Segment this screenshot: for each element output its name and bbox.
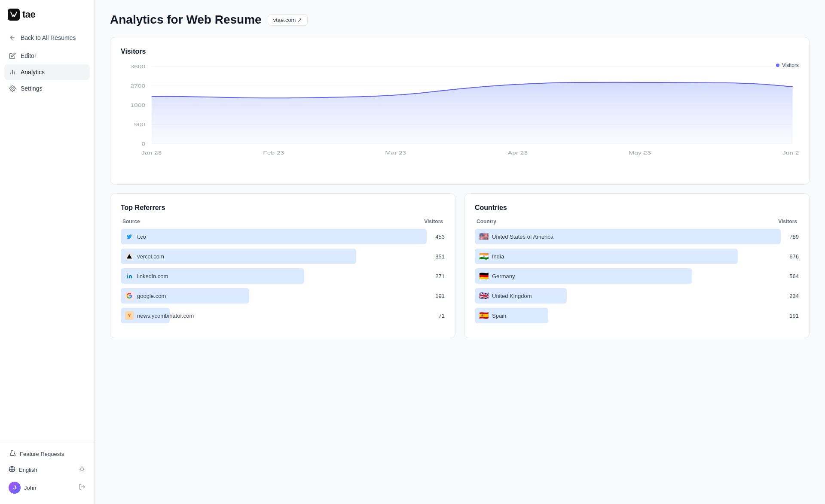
referrers-table-header: Source Visitors	[121, 219, 445, 225]
list-item: 🇪🇸 Spain 191	[475, 308, 799, 323]
referrer-bar-container: Y news.ycombinator.com	[121, 308, 427, 323]
svg-text:1800: 1800	[130, 103, 146, 108]
list-item: vercel.com 351	[121, 249, 445, 264]
country-count: 676	[786, 253, 799, 260]
referrer-source: vercel.com	[137, 253, 164, 260]
svg-line-10	[84, 471, 84, 471]
language-label: English	[19, 467, 37, 473]
legend-label: Visitors	[782, 62, 799, 68]
svg-text:Jan 23: Jan 23	[141, 150, 162, 155]
chart-area-fill	[152, 82, 793, 144]
svg-text:Mar 23: Mar 23	[385, 150, 406, 155]
country-visitors-col-header: Visitors	[778, 219, 797, 225]
countries-table-header: Country Visitors	[475, 219, 799, 225]
top-referrers-card: Top Referrers Source Visitors t.co 453	[110, 193, 455, 338]
sidebar-item-editor[interactable]: Editor	[4, 48, 90, 64]
referrer-source: t.co	[137, 234, 146, 240]
sidebar-item-settings[interactable]: Settings	[4, 81, 90, 96]
referrer-source: google.com	[137, 293, 166, 299]
main-content: Analytics for Web Resume vtae.com ↗ Visi…	[95, 0, 825, 504]
feature-requests-item[interactable]: Feature Requests	[4, 446, 90, 461]
list-item: google.com 191	[121, 288, 445, 304]
list-item: t.co 453	[121, 229, 445, 244]
referrer-source: news.ycombinator.com	[137, 313, 194, 319]
legend-dot	[776, 64, 779, 67]
us-flag: 🇺🇸	[479, 233, 489, 240]
logo-text: tae	[22, 9, 35, 20]
settings-sun-icon[interactable]	[79, 466, 86, 474]
feature-requests-label: Feature Requests	[20, 451, 64, 457]
country-count: 191	[786, 313, 799, 319]
source-col-header: Source	[122, 219, 140, 225]
referrer-bar: google.com	[121, 288, 249, 304]
country-name: India	[492, 253, 504, 260]
sidebar-item-analytics[interactable]: Analytics	[4, 64, 90, 80]
country-bar: 🇮🇳 India	[475, 249, 738, 264]
referrer-bar-container: google.com	[121, 288, 427, 304]
country-name: United States of America	[492, 234, 553, 240]
svg-text:2700: 2700	[130, 83, 146, 88]
back-icon	[9, 34, 16, 42]
countries-card: Countries Country Visitors 🇺🇸 United Sta…	[464, 193, 810, 338]
visitors-chart-card: Visitors Visitors 3600 2700 1800	[110, 37, 810, 185]
referrer-bar: vercel.com	[121, 249, 356, 264]
country-bar: 🇩🇪 Germany	[475, 268, 692, 284]
referrer-count: 271	[432, 273, 445, 279]
svg-text:900: 900	[134, 122, 146, 127]
referrer-bar: Y news.ycombinator.com	[121, 308, 170, 323]
yc-icon: Y	[125, 311, 134, 320]
gb-flag: 🇬🇧	[479, 292, 489, 300]
referrer-count: 71	[432, 313, 445, 319]
language-item[interactable]: English	[4, 462, 90, 477]
chart-area: Visitors 3600 2700 1800 900 0	[121, 62, 799, 174]
country-bar-container: 🇮🇳 India	[475, 249, 781, 264]
country-count: 564	[786, 273, 799, 279]
editor-label: Editor	[21, 52, 37, 59]
svg-point-6	[81, 468, 84, 471]
chart-icon	[9, 68, 16, 76]
es-flag: 🇪🇸	[479, 312, 489, 319]
external-link-text: vtae.com ↗	[273, 17, 302, 23]
list-item: Y news.ycombinator.com 71	[121, 308, 445, 323]
google-icon	[125, 291, 134, 300]
country-bar-container: 🇩🇪 Germany	[475, 268, 781, 284]
page-title: Analytics for Web Resume	[110, 13, 262, 27]
svg-text:Jun 23: Jun 23	[782, 150, 799, 155]
country-bar-container: 🇪🇸 Spain	[475, 308, 781, 323]
user-row: J John	[4, 478, 90, 497]
edit-icon	[9, 52, 16, 60]
top-referrers-title: Top Referrers	[121, 204, 445, 212]
vtae-logo-icon	[8, 9, 20, 21]
bottom-panels: Top Referrers Source Visitors t.co 453	[110, 193, 810, 347]
de-flag: 🇩🇪	[479, 272, 489, 280]
svg-point-32	[127, 273, 128, 274]
svg-line-9	[80, 467, 80, 468]
list-item: 🇮🇳 India 676	[475, 249, 799, 264]
country-count: 234	[786, 293, 799, 299]
countries-title: Countries	[475, 204, 799, 212]
sidebar-item-back[interactable]: Back to All Resumes	[4, 30, 90, 46]
list-item: 🇺🇸 United States of America 789	[475, 229, 799, 244]
svg-point-4	[12, 88, 13, 89]
svg-text:Apr 23: Apr 23	[508, 150, 528, 155]
referrer-bar: t.co	[121, 229, 427, 244]
sidebar-navigation: Back to All Resumes Editor Analytics	[0, 27, 94, 442]
country-name: Germany	[492, 273, 515, 279]
list-item: 🇬🇧 United Kingdom 234	[475, 288, 799, 304]
vercel-icon	[125, 252, 134, 261]
sidebar: tae Back to All Resumes Editor	[0, 0, 95, 504]
external-link-badge[interactable]: vtae.com ↗	[268, 14, 308, 26]
logout-icon[interactable]	[79, 483, 86, 492]
referrer-bar: linkedin.com	[121, 268, 304, 284]
country-bar-container: 🇬🇧 United Kingdom	[475, 288, 781, 304]
referrer-bar-container: vercel.com	[121, 249, 427, 264]
svg-text:0: 0	[142, 141, 146, 146]
svg-text:May 23: May 23	[629, 150, 651, 155]
country-bar: 🇬🇧 United Kingdom	[475, 288, 567, 304]
logo[interactable]: tae	[0, 0, 94, 27]
back-label: Back to All Resumes	[21, 34, 76, 41]
country-count: 789	[786, 234, 799, 240]
in-flag: 🇮🇳	[479, 252, 489, 260]
country-name: Spain	[492, 313, 506, 319]
page-header: Analytics for Web Resume vtae.com ↗	[110, 13, 810, 27]
